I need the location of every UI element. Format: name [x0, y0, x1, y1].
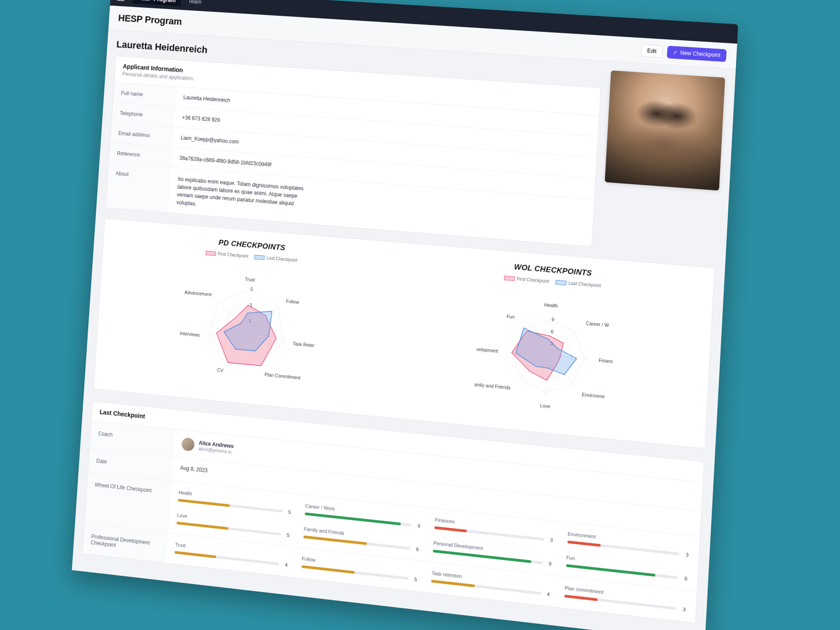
bar-value: 3 [684, 552, 691, 558]
bar-value: 8 [682, 575, 690, 581]
svg-text:Follow: Follow [286, 299, 299, 305]
bar-value: 3 [681, 606, 688, 612]
svg-text:rsonal Development: rsonal Development [473, 345, 498, 354]
page-title: HESP Program [118, 12, 182, 27]
bar-item: Plan commitment3 [564, 585, 688, 613]
home-icon[interactable] [116, 0, 126, 2]
svg-text:Interviews: Interviews [179, 331, 200, 337]
bar-value: 6 [414, 546, 421, 553]
bar-value: 4 [283, 562, 290, 568]
bar-item: Environment3 [567, 531, 691, 558]
radar-svg: 135TrustFollowTask RetentionPlan Commitm… [175, 258, 319, 392]
new-checkpoint-button[interactable]: ✓ New Checkpoint [667, 46, 727, 62]
bar-value: 3 [548, 537, 555, 543]
bar-item: Trust4 [175, 542, 290, 569]
info-label: About [106, 163, 171, 212]
bar-item: Family and Friends6 [303, 526, 421, 553]
svg-text:Task Retention: Task Retention [292, 341, 319, 349]
svg-text:CV: CV [217, 368, 223, 373]
edit-button[interactable]: Edit [641, 44, 663, 58]
svg-text:Advancement: Advancement [184, 290, 212, 298]
applicant-info-card: Applicant Information Personal details a… [105, 56, 601, 247]
app-window: HELP ProgramTeam HESP Program Edit ✓ New… [72, 0, 738, 630]
bar-item: Fun8 [566, 555, 690, 582]
svg-text:Financ: Financ [598, 358, 613, 364]
wol-checkpoint-label: Wheel Of Life Checkpoint [84, 472, 172, 532]
bar-value: 5 [413, 576, 419, 582]
bar-item: Personal Development9 [433, 540, 554, 567]
check-icon: ✓ [673, 49, 678, 56]
bar-value: 5 [285, 532, 291, 538]
svg-text:Environme: Environme [581, 392, 605, 399]
radar-svg: 369HealthCareer / WFinancEnvironmeLoveFa… [473, 283, 624, 421]
bar-item: Follow5 [301, 556, 419, 583]
svg-text:5: 5 [250, 287, 253, 292]
nav-item-help-program[interactable]: HELP Program [133, 0, 181, 7]
bar-value: 9 [547, 561, 553, 567]
svg-text:Family and Friends: Family and Friends [473, 382, 511, 391]
page-content: Lauretta Heidenreich Applicant Informati… [72, 30, 736, 630]
applicant-photo [605, 70, 725, 191]
bar-value: 4 [545, 591, 552, 597]
pd-checkpoints-chart: PD CHECKPOINTSFirst CheckpointLast Check… [102, 230, 396, 399]
bar-item: Finances3 [434, 517, 555, 543]
nav-item-team[interactable]: Team [183, 0, 207, 8]
bar-item: Career / Work9 [304, 503, 423, 529]
bar-item: Task retention4 [431, 570, 552, 598]
bar-item: Health5 [178, 490, 294, 515]
svg-text:Health: Health [544, 302, 558, 308]
svg-text:Love: Love [540, 403, 550, 409]
bar-value: 5 [287, 509, 293, 515]
bar-value: 9 [416, 523, 422, 529]
svg-text:Trust: Trust [245, 276, 255, 282]
coach-avatar [181, 437, 195, 452]
svg-text:Plan Commitment: Plan Commitment [264, 372, 301, 380]
bar-item: Love5 [176, 512, 292, 538]
svg-text:Career / W: Career / W [585, 321, 609, 328]
svg-text:9: 9 [551, 317, 554, 322]
wol-checkpoints-chart: WOL CHECKPOINTSFirst CheckpointLast Chec… [396, 254, 705, 429]
svg-text:6: 6 [550, 329, 553, 334]
svg-text:Fun: Fun [506, 314, 514, 319]
